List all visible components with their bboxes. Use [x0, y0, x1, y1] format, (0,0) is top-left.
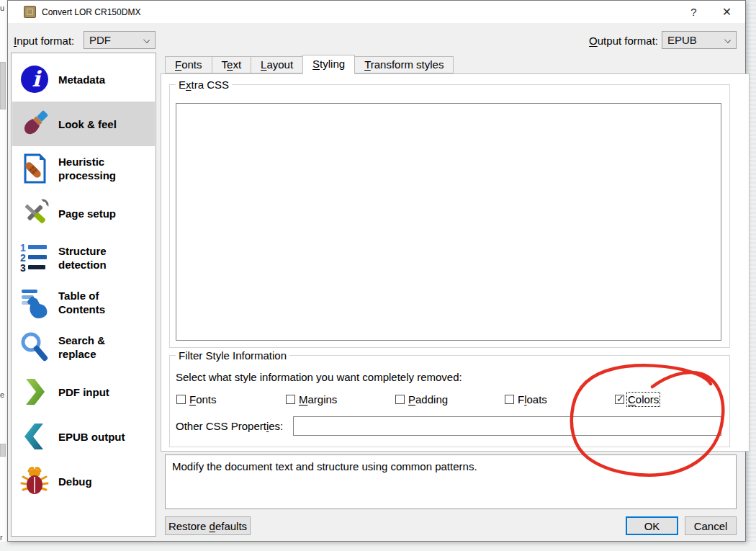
close-button[interactable]: ✕: [711, 1, 743, 22]
tab-layout[interactable]: Layout: [251, 56, 303, 73]
background-text-fragment: u: [0, 4, 4, 12]
input-format-select[interactable]: PDF: [84, 31, 156, 49]
paintbrush-icon: [19, 108, 50, 140]
help-button[interactable]: ?: [678, 1, 710, 22]
conversion-tabs: Fonts Text Layout Styling Transform styl…: [165, 56, 453, 74]
styling-tab-page: Extra CSS Filter Style Information Selec…: [161, 73, 750, 452]
output-format-value: EPUB: [667, 34, 697, 46]
background-text-fragment: r: [0, 533, 3, 542]
tab-fonts[interactable]: Fonts: [165, 56, 212, 73]
sidebar-item-structure-detection[interactable]: 1 2 3 Structure detection: [12, 236, 155, 280]
chevron-left-icon: [19, 421, 50, 452]
checkbox-colors[interactable]: ✓ Colors: [615, 393, 659, 406]
window-title: Convert LOR CR150DMX: [42, 7, 140, 17]
sidebar-item-label: Page setup: [58, 191, 116, 236]
category-list: i Metadata Look & feel: [11, 53, 156, 537]
checkbox-box-checked[interactable]: ✓: [615, 395, 624, 404]
numbered-list-icon: 1 2 3: [19, 242, 50, 274]
svg-text:3: 3: [20, 262, 26, 274]
sidebar-item-epub-output[interactable]: EPUB output: [12, 414, 155, 459]
checkbox-margins[interactable]: Margins: [286, 393, 337, 406]
sidebar-item-pdf-input[interactable]: PDF input: [12, 369, 155, 414]
sidebar-item-label: Look & feel: [58, 102, 117, 146]
chevron-down-icon: [724, 37, 731, 43]
tab-text[interactable]: Text: [212, 56, 252, 73]
extra-css-group-label: Extra CSS: [176, 79, 232, 91]
sidebar-item-page-setup[interactable]: Page setup: [12, 191, 155, 236]
sidebar-item-label: Metadata: [58, 57, 105, 102]
sidebar-item-look-and-feel[interactable]: Look & feel: [12, 102, 155, 146]
sidebar-item-label: Structure detection: [58, 236, 107, 280]
cancel-button[interactable]: Cancel: [685, 516, 737, 535]
filter-style-description: Select what style information you want c…: [176, 371, 462, 383]
sidebar-item-heuristic-processing[interactable]: Heuristic processing: [12, 146, 155, 191]
tab-styling[interactable]: Styling: [302, 55, 355, 74]
info-icon: i: [19, 63, 50, 95]
other-css-properties-label: Other CSS Properties:: [176, 420, 283, 432]
sidebar-item-label: Heuristic processing: [58, 146, 116, 191]
toc-hand-icon: [19, 287, 50, 318]
bug-icon: [19, 465, 50, 497]
sidebar-item-metadata[interactable]: i Metadata: [12, 57, 155, 102]
sidebar-item-label: Table of Contents: [58, 280, 105, 325]
background-text-fragment: e: [0, 390, 4, 399]
convert-dialog: Convert LOR CR150DMX ? ✕ Input format: P…: [7, 0, 746, 542]
magnifier-icon: [19, 331, 50, 363]
background-window-bottom-edge: [0, 542, 756, 551]
output-format-label: Output format:: [577, 35, 658, 47]
title-bar[interactable]: Convert LOR CR150DMX ? ✕: [8, 1, 745, 23]
checkbox-box[interactable]: [176, 395, 186, 404]
tools-icon: [19, 197, 50, 229]
output-format-select[interactable]: EPUB: [662, 31, 737, 49]
background-window-left-edge: u e r: [0, 0, 7, 551]
checkbox-fonts[interactable]: Fonts: [176, 393, 217, 406]
sidebar-item-table-of-contents[interactable]: Table of Contents: [12, 280, 155, 325]
other-css-properties-input[interactable]: [293, 416, 721, 436]
ok-button[interactable]: OK: [626, 516, 678, 535]
sidebar-item-label: EPUB output: [58, 414, 125, 459]
tab-transform-styles[interactable]: Transform styles: [354, 56, 454, 73]
checkbox-box[interactable]: [286, 395, 295, 404]
sidebar-item-debug[interactable]: Debug: [12, 459, 155, 503]
background-scrollbar-fragment: [0, 444, 6, 457]
chevron-down-icon: [143, 37, 150, 43]
check-icon: ✓: [616, 393, 624, 404]
background-scrollbar-fragment: [0, 62, 6, 109]
filter-style-group: Filter Style Information Select what sty…: [169, 355, 730, 447]
tab-description-box: Modify the document text and structure u…: [165, 454, 737, 509]
checkbox-box[interactable]: [395, 395, 405, 404]
input-format-label: Input format:: [14, 35, 74, 47]
sidebar-item-label: Debug: [58, 459, 92, 503]
extra-css-textarea[interactable]: [176, 103, 721, 341]
screen: u e r Convert LOR CR150DMX ? ✕ Input for…: [0, 0, 756, 551]
bandage-document-icon: [19, 153, 50, 184]
calibre-app-icon: [24, 6, 36, 18]
sidebar-item-label: Search & replace: [58, 325, 105, 369]
input-format-value: PDF: [89, 34, 111, 46]
checkbox-padding[interactable]: Padding: [395, 393, 448, 406]
sidebar-item-search-replace[interactable]: Search & replace: [12, 325, 155, 369]
checkbox-box[interactable]: [505, 395, 514, 404]
checkbox-floats[interactable]: Floats: [505, 393, 547, 406]
filter-style-group-label: Filter Style Information: [176, 349, 289, 362]
restore-defaults-button[interactable]: Restore defaults: [165, 516, 251, 535]
sidebar-item-label: PDF input: [58, 369, 109, 414]
extra-css-group: Extra CSS: [169, 84, 730, 348]
chevron-right-icon: [19, 376, 50, 408]
